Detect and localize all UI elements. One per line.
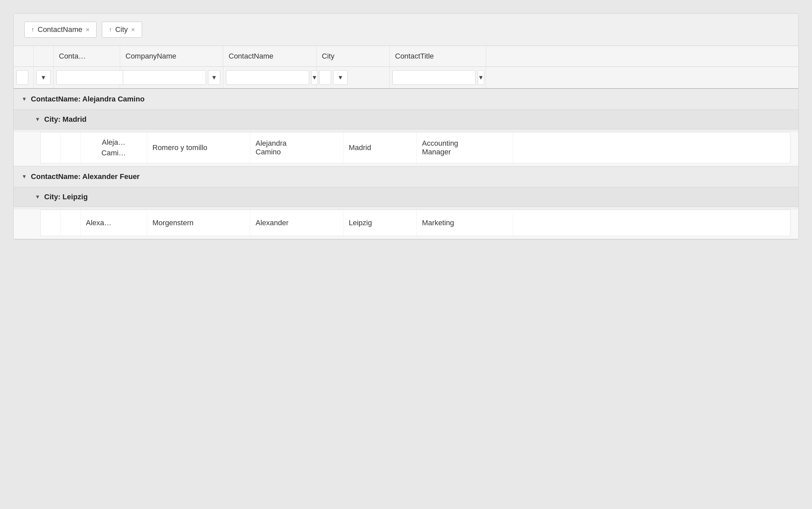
sort-asc-icon-city: ↑ (109, 26, 112, 33)
main-container: ↑ ContactName × ↑ City × Conta… CompanyN… (13, 13, 799, 240)
sort-asc-icon-contactname: ↑ (31, 26, 34, 33)
sort-chip-city-label: City (115, 25, 128, 34)
row-contactname-alexander: Alexander (250, 210, 343, 236)
col-header-empty1 (14, 46, 34, 67)
filter-button-companyname[interactable]: ▼ (208, 70, 220, 85)
sort-chip-contactname-label: ContactName (38, 25, 82, 34)
filter-input-companyname[interactable] (123, 70, 206, 85)
col-header-contacta: Conta… (54, 46, 120, 67)
filter-button-city[interactable]: ▼ (333, 70, 348, 85)
row-contacta-line1: Aleja… (102, 138, 126, 147)
filter-cell-contacttitle: ▼ (390, 67, 486, 88)
row-empty2-alexander (61, 210, 80, 236)
table-row: Aleja… Cami… Romero y tomillo Alejandra … (40, 132, 790, 163)
remove-sort-contactname-button[interactable]: × (86, 26, 90, 34)
sort-chip-city[interactable]: ↑ City × (102, 22, 142, 38)
filter-input-contactname[interactable] (226, 70, 309, 85)
group1-alexander-label: ContactName: Alexander Feuer (31, 172, 140, 181)
filter-button-contacttitle[interactable]: ▼ (478, 70, 484, 85)
sort-chips-bar: ↑ ContactName × ↑ City × (14, 14, 798, 46)
col-header-empty2 (34, 46, 54, 67)
group1-alejandra-camino[interactable]: ▼ ContactName: Alejandra Camino (14, 89, 798, 110)
col-header-companyname: CompanyName (120, 46, 223, 67)
col-header-contacttitle: ContactTitle (390, 46, 486, 67)
filter-cell-empty2: ▼ (34, 67, 54, 88)
group2-madrid-label: City: Madrid (44, 115, 87, 124)
group2-leipzig-label: City: Leipzig (44, 193, 88, 201)
filter-cell-empty1 (14, 67, 34, 88)
row-city-alejandra: Madrid (343, 132, 417, 163)
filter-cell-contacta: ▼ (54, 67, 120, 88)
col-header-city: City (316, 46, 390, 67)
row-empty1-alexander (41, 210, 61, 236)
data-rows-leipzig: Alexa… Morgenstern Alexander Leipzig Mar… (14, 210, 798, 239)
data-rows-madrid: Aleja… Cami… Romero y tomillo Alejandra … (14, 132, 798, 166)
filter-cell-contactname: ▼ (223, 67, 316, 88)
filter-cell-city: ▼ (316, 67, 390, 88)
group1-alexander-feuer[interactable]: ▼ ContactName: Alexander Feuer (14, 166, 798, 187)
row-title-alejandra: Accounting Manager (417, 132, 513, 163)
chevron-group1-alexander: ▼ (22, 174, 27, 180)
row-contactname-alejandra: Alejandra Camino (250, 132, 343, 163)
table-header: Conta… CompanyName ContactName City Cont… (14, 46, 798, 67)
remove-sort-city-button[interactable]: × (131, 26, 135, 34)
filter-row: ▼ ▼ ▼ ▼ ▼ ▼ (14, 67, 798, 89)
group2-madrid[interactable]: ▼ City: Madrid (14, 110, 798, 129)
row-empty2 (61, 132, 80, 163)
group2-leipzig[interactable]: ▼ City: Leipzig (14, 187, 798, 207)
chevron-group1-alejandra: ▼ (22, 96, 27, 102)
filter-button-2[interactable]: ▼ (36, 70, 50, 85)
row-empty1 (41, 132, 61, 163)
table-row: Alexa… Morgenstern Alexander Leipzig Mar… (40, 210, 790, 236)
filter-input-city[interactable] (319, 70, 331, 85)
row-title-alexander: Marketing (417, 210, 513, 236)
row-contacta-alexander: Alexa… (80, 210, 147, 236)
filter-input-contacttitle[interactable] (392, 70, 476, 85)
group1-alejandra-label: ContactName: Alejandra Camino (31, 95, 144, 103)
row-contacta-alejandra: Aleja… Cami… (80, 132, 147, 163)
row-company-alejandra: Romero y tomillo (147, 132, 250, 163)
chevron-group2-madrid: ▼ (35, 116, 40, 123)
sort-chip-contactname[interactable]: ↑ ContactName × (24, 22, 97, 38)
row-city-alexander: Leipzig (343, 210, 417, 236)
filter-input-check[interactable] (16, 70, 28, 85)
chevron-group2-leipzig: ▼ (35, 194, 40, 200)
col-header-contactname: ContactName (223, 46, 316, 67)
row-contacta-line2: Cami… (102, 149, 126, 157)
row-company-alexander: Morgenstern (147, 210, 250, 236)
filter-cell-companyname: ▼ (120, 67, 223, 88)
